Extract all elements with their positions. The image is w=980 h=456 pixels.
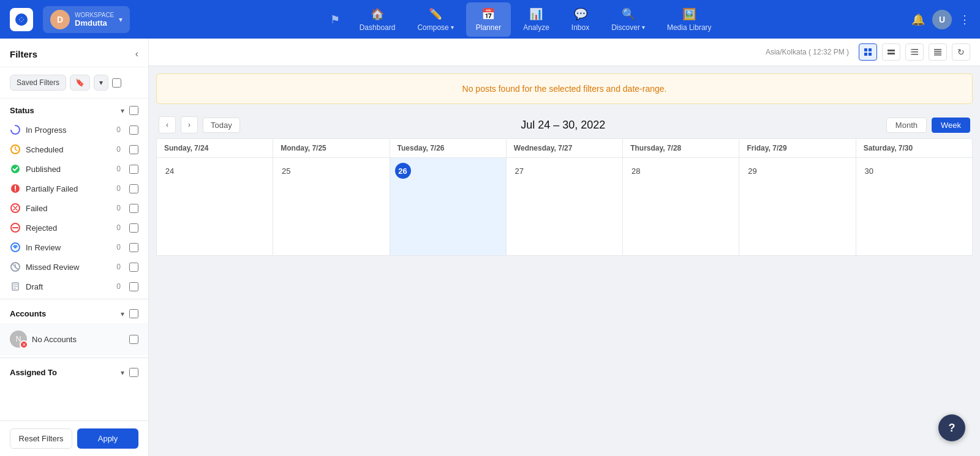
planner-icon: 📅 [481,7,495,21]
next-week-button[interactable]: › [181,116,198,133]
help-button[interactable]: ? [938,414,965,441]
assigned-to-section-checkbox[interactable] [129,368,138,377]
assigned-to-section-header: Assigned To ▾ [0,361,148,382]
rejected-checkbox[interactable] [129,223,138,233]
in-review-checkbox[interactable] [129,243,138,252]
accounts-section-checkbox[interactable] [129,309,138,318]
filter-item-missed-review[interactable]: Missed Review 0 [0,257,148,277]
failed-checkbox[interactable] [129,204,138,213]
day-cell-29[interactable]: 29 [739,158,856,256]
no-accounts-label: No Accounts [32,335,124,344]
workspace-avatar: D [50,10,70,29]
failed-icon [10,203,21,214]
day-header-wednesday: Wednesday, 7/27 [507,139,623,158]
scheduled-label: Scheduled [26,145,111,154]
scheduled-icon [10,144,21,155]
scheduled-checkbox[interactable] [129,145,138,154]
calendar-navigation: ‹ › Today Jul 24 – 30, 2022 Month Week [149,111,980,138]
filter-dropdown-button[interactable]: ▾ [94,75,108,91]
nav-item-planner[interactable]: 📅 Planner [466,2,511,37]
missed-review-checkbox[interactable] [129,263,138,272]
in-progress-label: In Progress [26,125,111,135]
filter-item-draft[interactable]: Draft 0 [0,277,148,296]
in-review-count: 0 [116,243,121,252]
filter-item-partially-failed[interactable]: Partially Failed 0 [0,179,148,198]
status-section-checkbox[interactable] [129,106,138,115]
failed-count: 0 [116,204,121,212]
in-review-icon [10,242,21,253]
filter-all-checkbox[interactable] [112,78,121,88]
day-cell-25[interactable]: 25 [273,158,390,256]
day-header-friday: Friday, 7/29 [739,139,856,158]
calendar-header-row: Sunday, 7/24 Monday, 7/25 Tuesday, 7/26 … [156,138,973,158]
day-header-sunday: Sunday, 7/24 [157,139,273,158]
row-view-button[interactable] [882,43,900,61]
published-checkbox[interactable] [129,165,138,174]
top-navigation: D WORKSPACE Dmdutta ▾ ⚑ 🏠 Dashboard ✏️ C… [0,0,980,39]
missed-review-count: 0 [116,263,121,271]
today-button[interactable]: Today [203,118,240,133]
more-options-icon[interactable]: ⋮ [959,13,970,26]
nav-item-analyze[interactable]: 📊 Analyze [513,2,559,37]
nav-item-media-library[interactable]: 🖼️ Media Library [657,2,722,37]
filter-item-in-progress[interactable]: In Progress 0 [0,120,148,140]
day-number-24: 24 [162,163,178,179]
day-number-30: 30 [861,163,877,179]
flag-icon[interactable]: ⚑ [330,13,340,26]
timezone-label: Asia/Kolkata ( 12:32 PM ) [766,48,849,56]
svg-rect-22 [911,49,912,50]
accounts-chevron-icon[interactable]: ▾ [121,310,124,318]
filter-item-scheduled[interactable]: Scheduled 0 [0,140,148,159]
filter-item-failed[interactable]: Failed 0 [0,198,148,218]
in-progress-checkbox[interactable] [129,125,138,135]
nav-item-discover[interactable]: 🔍 Discover ▾ [601,2,655,37]
status-chevron-icon[interactable]: ▾ [121,107,124,115]
account-item-no-accounts[interactable]: N ✕ No Accounts [0,326,148,353]
day-cell-26[interactable]: 26 [390,158,507,256]
day-number-29: 29 [744,163,760,179]
logo[interactable] [10,8,33,31]
partially-failed-checkbox[interactable] [129,184,138,193]
no-accounts-checkbox[interactable] [129,335,138,344]
filter-item-in-review[interactable]: In Review 0 [0,237,148,257]
status-section-controls: ▾ [121,106,138,115]
partially-failed-count: 0 [116,184,121,193]
draft-checkbox[interactable] [129,282,138,291]
assigned-to-chevron-icon[interactable]: ▾ [121,368,124,377]
nav-item-dashboard[interactable]: 🏠 Dashboard [350,2,405,37]
notification-bell-icon[interactable]: 🔔 [911,13,925,26]
grid-view-button[interactable] [859,43,877,61]
refresh-button[interactable]: ↻ [952,43,970,61]
compact-list-view-button[interactable] [929,43,947,61]
published-icon [10,163,21,174]
day-cell-30[interactable]: 30 [856,158,973,256]
prev-week-button[interactable]: ‹ [159,116,176,133]
nav-item-compose[interactable]: ✏️ Compose ▾ [407,2,463,37]
workspace-chevron-icon: ▾ [119,15,123,24]
analyze-icon: 📊 [529,7,543,21]
rejected-count: 0 [116,223,121,232]
apply-filters-button[interactable]: Apply [77,428,138,449]
day-cell-24[interactable]: 24 [157,158,273,256]
list-view-button[interactable] [905,43,924,61]
nav-planner-label: Planner [476,23,501,32]
filter-save-icon-button[interactable]: 🔖 [70,75,90,91]
scheduled-count: 0 [116,145,121,154]
saved-filters-button[interactable]: Saved Filters [10,75,66,91]
filter-item-rejected[interactable]: Rejected 0 [0,218,148,237]
filter-item-published[interactable]: Published 0 [0,159,148,179]
week-view-button[interactable]: Week [932,118,970,133]
user-avatar[interactable]: U [932,10,952,29]
day-cell-28[interactable]: 28 [623,158,739,256]
accounts-list: N ✕ No Accounts [0,323,148,355]
draft-label: Draft [26,282,111,291]
workspace-selector[interactable]: D WORKSPACE Dmdutta ▾ [43,6,130,33]
svg-rect-18 [888,53,895,54]
divider [0,299,148,299]
month-view-button[interactable]: Month [886,118,927,133]
published-count: 0 [116,165,121,173]
reset-filters-button[interactable]: Reset Filters [10,428,72,449]
nav-item-inbox[interactable]: 💬 Inbox [562,2,599,37]
day-cell-27[interactable]: 27 [507,158,623,256]
sidebar-collapse-button[interactable]: ‹ [135,48,138,59]
